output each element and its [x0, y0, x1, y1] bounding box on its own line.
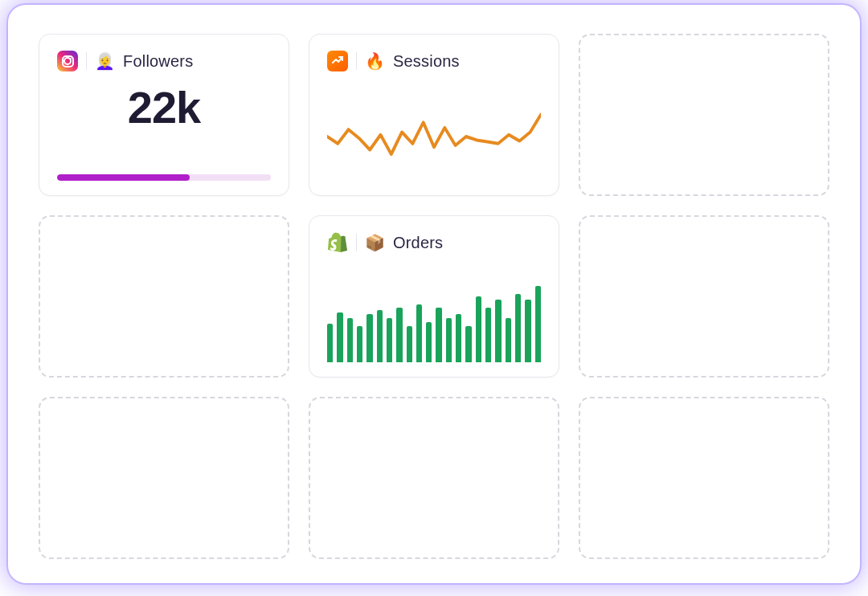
followers-card[interactable]: 👩‍🦳 Followers 22k	[39, 34, 289, 196]
followers-title: Followers	[123, 52, 193, 71]
card-header: 📦 Orders	[327, 232, 541, 253]
followers-emoji-icon: 👩‍🦳	[95, 53, 115, 69]
sessions-emoji-icon: 🔥	[365, 53, 385, 69]
orders-emoji-icon: 📦	[365, 235, 385, 251]
card-header: 👩‍🦳 Followers	[57, 51, 271, 71]
empty-slot[interactable]	[39, 397, 289, 559]
empty-slot[interactable]	[579, 215, 829, 378]
dashboard-canvas: 👩‍🦳 Followers 22k 🔥 Sessions	[8, 5, 860, 583]
instagram-icon	[57, 51, 78, 71]
widget-grid: 👩‍🦳 Followers 22k 🔥 Sessions	[39, 34, 829, 559]
shopify-icon	[327, 232, 348, 253]
divider	[356, 52, 357, 70]
followers-value: 22k	[57, 81, 271, 133]
orders-card[interactable]: 📦 Orders	[309, 215, 559, 378]
empty-slot[interactable]	[39, 215, 289, 378]
sessions-card[interactable]: 🔥 Sessions	[309, 34, 559, 196]
followers-progress-fill	[57, 174, 190, 181]
analytics-icon	[327, 51, 348, 71]
followers-progress	[57, 174, 271, 181]
divider	[356, 234, 357, 251]
orders-title: Orders	[393, 234, 443, 252]
empty-slot[interactable]	[579, 397, 829, 559]
divider	[86, 52, 87, 70]
orders-chart	[327, 261, 541, 362]
sessions-chart	[327, 80, 541, 181]
empty-slot[interactable]	[579, 34, 829, 196]
empty-slot[interactable]	[309, 397, 559, 559]
sessions-title: Sessions	[393, 52, 460, 71]
card-header: 🔥 Sessions	[327, 51, 541, 71]
